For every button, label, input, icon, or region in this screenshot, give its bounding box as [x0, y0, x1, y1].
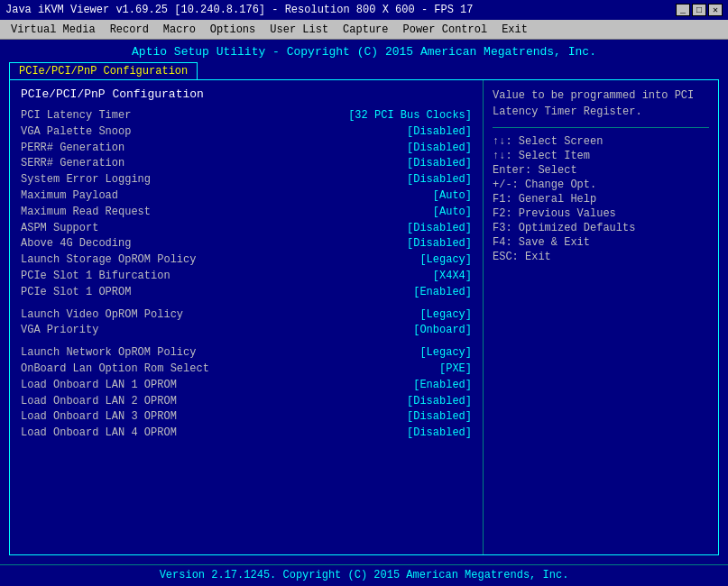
config-value: [Disabled]: [407, 409, 472, 425]
config-row[interactable]: PCIe Slot 1 OPROM[Enabled]: [21, 285, 472, 300]
bios-content: PCIe/PCI/PnP Configuration PCI Latency T…: [9, 79, 719, 555]
config-rows: PCI Latency Timer[32 PCI Bus Clocks]VGA …: [21, 108, 472, 441]
title-bar: Java iKVM Viewer v1.69.25 [10.240.8.176]…: [0, 0, 728, 20]
config-label: ASPM Support: [21, 221, 98, 236]
menu-power-control[interactable]: Power Control: [396, 22, 495, 38]
config-value: [32 PCI Bus Clocks]: [348, 108, 472, 124]
config-label: PCI Latency Timer: [21, 108, 131, 124]
shortcut-row: +/-: Change Opt.: [493, 179, 709, 191]
config-row[interactable]: Load Onboard LAN 1 OPROM[Enabled]: [21, 378, 472, 393]
right-panel: Value to be programmed into PCI Latency …: [484, 80, 718, 554]
left-panel: PCIe/PCI/PnP Configuration PCI Latency T…: [10, 80, 484, 554]
config-value: [Disabled]: [407, 156, 472, 171]
config-value: [Legacy]: [419, 252, 472, 268]
config-row[interactable]: PCIe Slot 1 Bifurcation[X4X4]: [21, 269, 472, 284]
config-value: [Legacy]: [419, 345, 472, 361]
status-bar: Version 2.17.1245. Copyright (C) 2015 Am…: [0, 564, 728, 586]
config-label: Launch Network OpROM Policy: [21, 345, 196, 361]
bios-main: Aptio Setup Utility - Copyright (C) 2015…: [0, 40, 728, 564]
config-value: [Disabled]: [407, 236, 472, 252]
config-label: Maximum Payload: [21, 188, 118, 204]
config-label: PERR# Generation: [21, 141, 124, 156]
config-row[interactable]: ASPM Support[Disabled]: [21, 221, 472, 236]
config-value: [X4X4]: [433, 269, 472, 284]
config-row[interactable]: PCI Latency Timer[32 PCI Bus Clocks]: [21, 108, 472, 124]
shortcut-row: F3: Optimized Defaults: [493, 222, 709, 234]
shortcut-row: F2: Previous Values: [493, 207, 709, 220]
shortcut-row: Enter: Select: [493, 164, 709, 177]
shortcut-row: F4: Save & Exit: [493, 236, 709, 249]
config-row[interactable]: PERR# Generation[Disabled]: [21, 141, 472, 156]
config-label: PCIe Slot 1 OPROM: [21, 285, 131, 300]
config-row[interactable]: Maximum Read Request[Auto]: [21, 205, 472, 220]
config-value: [Auto]: [433, 205, 472, 220]
config-value: [Disabled]: [407, 394, 472, 409]
config-label: PCIe Slot 1 Bifurcation: [21, 269, 170, 284]
config-row[interactable]: SERR# Generation[Disabled]: [21, 156, 472, 171]
config-label: OnBoard Lan Option Rom Select: [21, 362, 209, 377]
config-row[interactable]: Launch Network OpROM Policy[Legacy]: [21, 345, 472, 361]
config-label: SERR# Generation: [21, 156, 124, 171]
title-bar-controls: _ □ ✕: [676, 4, 723, 16]
config-row[interactable]: Load Onboard LAN 3 OPROM[Disabled]: [21, 409, 472, 425]
config-value: [Disabled]: [407, 141, 472, 156]
config-label: VGA Palette Snoop: [21, 124, 131, 140]
maximize-button[interactable]: □: [692, 4, 706, 16]
menu-virtual-media[interactable]: Virtual Media: [4, 22, 103, 38]
tab-row: PCIe/PCI/PnP Configuration: [0, 60, 728, 79]
menu-exit[interactable]: Exit: [494, 22, 535, 38]
config-value: [Disabled]: [407, 172, 472, 188]
config-value: [Onboard]: [413, 323, 472, 338]
config-row[interactable]: Above 4G Decoding[Disabled]: [21, 236, 472, 252]
shortcut-row: ↑↓: Select Item: [493, 150, 709, 162]
shortcut-row: F1: General Help: [493, 193, 709, 206]
config-row[interactable]: System Error Logging[Disabled]: [21, 172, 472, 188]
menu-capture[interactable]: Capture: [336, 22, 395, 38]
menu-user-list[interactable]: User List: [263, 22, 336, 38]
config-row[interactable]: Launch Video OpROM Policy[Legacy]: [21, 307, 472, 323]
help-text: Value to be programmed into PCI Latency …: [493, 87, 709, 120]
status-text: Version 2.17.1245. Copyright (C) 2015 Am…: [160, 569, 569, 581]
config-label: Load Onboard LAN 1 OPROM: [21, 378, 177, 393]
shortcut-row: ESC: Exit: [493, 251, 709, 263]
menu-macro[interactable]: Macro: [156, 22, 203, 38]
config-row[interactable]: Load Onboard LAN 4 OPROM[Disabled]: [21, 426, 472, 441]
config-value: [Legacy]: [419, 307, 472, 323]
config-row[interactable]: VGA Priority[Onboard]: [21, 323, 472, 338]
config-row[interactable]: Launch Storage OpROM Policy[Legacy]: [21, 252, 472, 268]
config-label: Load Onboard LAN 2 OPROM: [21, 394, 177, 409]
shortcuts: ↑↓: Select Screen↑↓: Select ItemEnter: S…: [493, 135, 709, 263]
config-label: Load Onboard LAN 4 OPROM: [21, 426, 177, 441]
config-row[interactable]: VGA Palette Snoop[Disabled]: [21, 124, 472, 140]
config-value: [Enabled]: [413, 378, 472, 393]
config-label: System Error Logging: [21, 172, 151, 188]
config-value: [PXE]: [439, 362, 472, 377]
help-divider: [493, 127, 709, 128]
config-row[interactable]: OnBoard Lan Option Rom Select[PXE]: [21, 362, 472, 377]
config-value: [Disabled]: [407, 221, 472, 236]
config-label: Maximum Read Request: [21, 205, 151, 220]
minimize-button[interactable]: _: [676, 4, 690, 16]
config-value: [Disabled]: [407, 426, 472, 441]
menu-record[interactable]: Record: [103, 22, 156, 38]
menu-options[interactable]: Options: [203, 22, 263, 38]
config-row[interactable]: Maximum Payload[Auto]: [21, 188, 472, 204]
window-title: Java iKVM Viewer v1.69.25 [10.240.8.176]…: [5, 4, 473, 16]
section-title: PCIe/PCI/PnP Configuration: [21, 87, 472, 101]
config-value: [Disabled]: [407, 124, 472, 140]
close-button[interactable]: ✕: [708, 4, 723, 16]
config-label: VGA Priority: [21, 323, 98, 338]
config-row[interactable]: Load Onboard LAN 2 OPROM[Disabled]: [21, 394, 472, 409]
config-label: Launch Storage OpROM Policy: [21, 252, 196, 268]
header-banner: Aptio Setup Utility - Copyright (C) 2015…: [0, 40, 728, 60]
config-row[interactable]: [21, 339, 472, 344]
menu-bar: Virtual Media Record Macro Options User …: [0, 20, 728, 40]
active-tab[interactable]: PCIe/PCI/PnP Configuration: [9, 62, 198, 79]
config-label: Load Onboard LAN 3 OPROM: [21, 409, 177, 425]
config-row[interactable]: [21, 301, 472, 307]
config-value: [Auto]: [433, 188, 472, 204]
shortcut-row: ↑↓: Select Screen: [493, 135, 709, 148]
config-label: Above 4G Decoding: [21, 236, 131, 252]
config-value: [Enabled]: [413, 285, 472, 300]
config-label: Launch Video OpROM Policy: [21, 307, 183, 323]
